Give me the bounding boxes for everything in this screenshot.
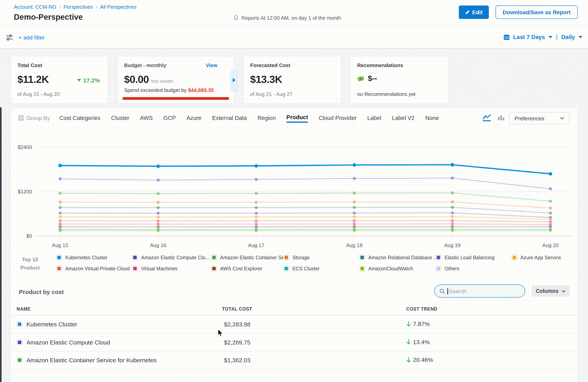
data-point-virtual-machines[interactable] bbox=[451, 222, 454, 226]
groupby-tab-gcp[interactable]: GCP bbox=[163, 113, 176, 124]
chevron-down-icon[interactable] bbox=[548, 36, 552, 38]
data-point-amazoncloudwatch[interactable] bbox=[156, 229, 160, 232]
table-row-amazon-elastic-compute-cloud[interactable]: Amazon Elastic Compute Cloud$2,269.7513.… bbox=[11, 334, 578, 352]
data-point-amazon-elastic-compute-cloud[interactable] bbox=[156, 179, 160, 182]
data-point-elastic-load-balancing[interactable] bbox=[59, 211, 62, 215]
groupby-tab-cloud-provider[interactable]: Cloud Provider bbox=[319, 113, 357, 124]
groupby-tab-aws[interactable]: AWS bbox=[140, 113, 153, 124]
granularity-selector[interactable]: Daily bbox=[561, 34, 575, 40]
groupby-tab-external-data[interactable]: External Data bbox=[212, 113, 247, 124]
data-point-amazon-virtual-private-cloud[interactable] bbox=[59, 219, 62, 222]
data-point-amazon-elastic-container-service-for-kubernetes[interactable] bbox=[255, 192, 258, 195]
data-point-amazon-relational-database-service[interactable] bbox=[255, 206, 258, 209]
data-point-elastic-load-balancing[interactable] bbox=[156, 212, 160, 215]
groupby-tab-product[interactable]: Product bbox=[286, 112, 308, 123]
data-point-storage[interactable] bbox=[255, 201, 258, 204]
data-point-amazon-relational-database-service[interactable] bbox=[353, 206, 356, 209]
columns-button[interactable]: Columns bbox=[531, 285, 570, 297]
legend-item-azure-app-service[interactable]: Azure App Service bbox=[511, 254, 561, 260]
data-point-virtual-machines[interactable] bbox=[255, 223, 258, 226]
groupby-tab-none[interactable]: None bbox=[425, 113, 439, 124]
data-point-amazon-virtual-private-cloud[interactable] bbox=[353, 219, 356, 222]
data-point-amazon-elastic-container-service-for-kubernetes[interactable] bbox=[451, 191, 454, 194]
groupby-tab-region[interactable]: Region bbox=[257, 113, 276, 124]
table-row-kubernetes-cluster[interactable]: Kubernetes Cluster$2,283.987.87% bbox=[11, 316, 578, 334]
data-point-amazon-virtual-private-cloud[interactable] bbox=[451, 219, 454, 222]
download-save-report-button[interactable]: Download/Save as Report bbox=[496, 5, 578, 19]
add-filter-button[interactable]: + add filter bbox=[19, 34, 45, 41]
data-point-storage[interactable] bbox=[353, 200, 356, 204]
data-point-storage[interactable] bbox=[549, 206, 552, 210]
legend-item-amazon-relational-database[interactable]: Amazon Relational Database ... bbox=[359, 254, 438, 260]
edit-button[interactable]: Edit bbox=[459, 5, 489, 19]
data-point-amazoncloudwatch[interactable] bbox=[255, 229, 258, 232]
search-input[interactable] bbox=[449, 288, 512, 294]
legend-item-amazon-elastic-container-se[interactable]: Amazon Elastic Container Se... bbox=[211, 254, 289, 260]
data-point-azure-app-service[interactable] bbox=[59, 215, 62, 218]
legend-item-amazon-virtual-private-cloud[interactable]: Amazon Virtual Private Cloud bbox=[56, 266, 130, 271]
legend-item-elastic-load-balancing[interactable]: Elastic Load Balancing bbox=[436, 254, 495, 260]
data-point-azure-app-service[interactable] bbox=[156, 215, 160, 219]
data-point-amazon-elastic-compute-cloud[interactable] bbox=[549, 187, 552, 191]
budget-view-link[interactable]: View bbox=[206, 62, 217, 68]
data-point-kubernetes-cluster[interactable] bbox=[58, 164, 62, 167]
data-point-kubernetes-cluster[interactable] bbox=[549, 172, 552, 176]
data-point-amazon-relational-database-service[interactable] bbox=[156, 206, 160, 209]
cost-trend-chart[interactable]: $2400$1200$0Aug 15Aug 16Aug 17Aug 18Aug … bbox=[11, 128, 578, 250]
data-point-amazon-elastic-container-service-for-kubernetes[interactable] bbox=[156, 192, 160, 195]
column-header-name[interactable]: NAME bbox=[17, 307, 31, 311]
data-point-amazoncloudwatch[interactable] bbox=[59, 229, 62, 232]
data-point-amazon-virtual-private-cloud[interactable] bbox=[549, 220, 552, 223]
data-point-virtual-machines[interactable] bbox=[156, 223, 160, 226]
data-point-elastic-load-balancing[interactable] bbox=[451, 211, 454, 214]
chevron-down-icon[interactable] bbox=[579, 36, 583, 38]
data-point-storage[interactable] bbox=[451, 200, 454, 204]
table-row-amazon-elastic-container-service-for-kubernetes[interactable]: Amazon Elastic Container Service for Kub… bbox=[11, 352, 578, 370]
data-point-amazon-virtual-private-cloud[interactable] bbox=[255, 219, 258, 223]
data-point-amazoncloudwatch[interactable] bbox=[451, 229, 454, 232]
legend-item-virtual-machines[interactable]: Virtual Machines bbox=[132, 266, 177, 271]
data-point-amazon-elastic-compute-cloud[interactable] bbox=[451, 177, 454, 180]
data-point-storage[interactable] bbox=[156, 201, 160, 204]
data-point-virtual-machines[interactable] bbox=[59, 222, 62, 226]
data-point-azure-app-service[interactable] bbox=[451, 215, 454, 218]
legend-item-ecs-cluster[interactable]: ECS Cluster bbox=[283, 266, 320, 271]
data-point-amazon-relational-database-service[interactable] bbox=[549, 211, 552, 215]
data-point-amazon-elastic-compute-cloud[interactable] bbox=[353, 177, 356, 180]
bar-chart-toggle-icon[interactable] bbox=[497, 114, 505, 122]
column-header-total-cost[interactable]: TOTAL COST bbox=[222, 307, 252, 311]
data-point-amazoncloudwatch[interactable] bbox=[549, 229, 552, 232]
groupby-tab-cluster[interactable]: Cluster bbox=[111, 113, 129, 124]
data-point-amazoncloudwatch[interactable] bbox=[353, 229, 356, 232]
groupby-tab-azure[interactable]: Azure bbox=[187, 113, 202, 124]
legend-item-amazon-elastic-compute-clo[interactable]: Amazon Elastic Compute Clo... bbox=[132, 254, 210, 260]
budget-card-expand-button[interactable] bbox=[230, 70, 237, 90]
groupby-tab-label[interactable]: Label bbox=[367, 113, 381, 124]
data-point-amazon-elastic-container-service-for-kubernetes[interactable] bbox=[59, 191, 62, 195]
breadcrumb-all-perspectives-link[interactable]: All Perspectives bbox=[100, 4, 137, 10]
data-point-storage[interactable] bbox=[59, 200, 62, 204]
data-point-azure-app-service[interactable] bbox=[255, 215, 258, 218]
data-point-amazon-elastic-compute-cloud[interactable] bbox=[59, 177, 62, 180]
legend-item-aws-cost-explorer[interactable]: AWS Cost Explorer bbox=[211, 266, 262, 271]
preferences-dropdown[interactable]: Preferences bbox=[509, 112, 569, 124]
data-point-kubernetes-cluster[interactable] bbox=[353, 163, 356, 167]
data-point-virtual-machines[interactable] bbox=[353, 222, 356, 226]
data-point-elastic-load-balancing[interactable] bbox=[353, 211, 356, 214]
data-point-elastic-load-balancing[interactable] bbox=[255, 211, 258, 215]
breadcrumb-perspectives-link[interactable]: Perspectives bbox=[63, 4, 93, 10]
line-chart-toggle-icon[interactable] bbox=[483, 114, 492, 122]
legend-item-amazoncloudwatch[interactable]: AmazonCloudWatch bbox=[359, 266, 413, 271]
breadcrumb-account-link[interactable]: Account: CCM-NG bbox=[14, 4, 56, 10]
column-header-cost-trend[interactable]: COST TREND bbox=[406, 307, 438, 311]
data-point-amazon-virtual-private-cloud[interactable] bbox=[156, 219, 160, 223]
data-point-azure-app-service[interactable] bbox=[353, 215, 356, 218]
data-point-kubernetes-cluster[interactable] bbox=[156, 165, 160, 168]
legend-item-storage[interactable]: Storage bbox=[283, 254, 310, 260]
data-point-amazon-elastic-compute-cloud[interactable] bbox=[255, 178, 258, 181]
legend-item-kubernetes-cluster[interactable]: Kubernetes Cluster bbox=[56, 254, 107, 260]
data-point-amazon-elastic-container-service-for-kubernetes[interactable] bbox=[353, 191, 356, 195]
data-point-amazon-elastic-container-service-for-kubernetes[interactable] bbox=[549, 200, 552, 203]
legend-item-others[interactable]: Others bbox=[436, 266, 459, 271]
data-point-kubernetes-cluster[interactable] bbox=[254, 164, 258, 168]
